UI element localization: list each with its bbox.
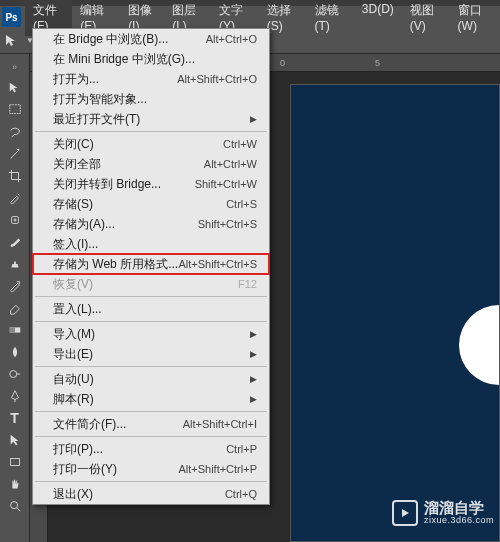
- menu-item-shortcut: Alt+Shift+Ctrl+I: [183, 418, 257, 430]
- menu-item-label: 导出(E): [53, 346, 93, 363]
- svg-rect-0: [9, 105, 20, 114]
- menubar: Ps 文件(F)编辑(E)图像(I)图层(L)文字(Y)选择(S)滤镜(T)3D…: [0, 6, 500, 28]
- svg-point-5: [9, 371, 16, 378]
- gradient-tool[interactable]: [4, 320, 26, 340]
- blur-tool[interactable]: [4, 342, 26, 362]
- submenu-arrow-icon: ▶: [250, 329, 257, 339]
- menu-item[interactable]: 置入(L)...: [33, 299, 269, 319]
- menu-item[interactable]: 在 Bridge 中浏览(B)...Alt+Ctrl+O: [33, 29, 269, 49]
- menu-item[interactable]: 导出(E)▶: [33, 344, 269, 364]
- dodge-tool[interactable]: [4, 364, 26, 384]
- move-tool[interactable]: [4, 78, 26, 98]
- menu-item-label: 存储为(A)...: [53, 216, 115, 233]
- menu-item[interactable]: 退出(X)Ctrl+Q: [33, 484, 269, 504]
- pen-tool[interactable]: [4, 386, 26, 406]
- zoom-tool[interactable]: [4, 496, 26, 516]
- ruler-mark: 0: [280, 58, 285, 68]
- menu-item[interactable]: 关闭并转到 Bridge...Shift+Ctrl+W: [33, 174, 269, 194]
- menu-item[interactable]: 打印一份(Y)Alt+Shift+Ctrl+P: [33, 459, 269, 479]
- menu-item[interactable]: 关闭(C)Ctrl+W: [33, 134, 269, 154]
- play-icon: [392, 500, 418, 526]
- submenu-arrow-icon: ▶: [250, 374, 257, 384]
- svg-rect-6: [10, 459, 19, 466]
- menu-item[interactable]: 打开为智能对象...: [33, 89, 269, 109]
- menu-滤镜[interactable]: 滤镜(T): [307, 0, 354, 36]
- move-tool-icon[interactable]: [4, 33, 20, 49]
- menu-item-shortcut: Alt+Shift+Ctrl+S: [178, 258, 257, 270]
- app-logo: Ps: [2, 7, 21, 27]
- magic-wand-tool[interactable]: [4, 144, 26, 164]
- menu-item-label: 存储(S): [53, 196, 93, 213]
- menu-item-label: 关闭并转到 Bridge...: [53, 176, 161, 193]
- menu-item[interactable]: 自动(U)▶: [33, 369, 269, 389]
- marquee-tool[interactable]: [4, 100, 26, 120]
- menu-separator: [35, 436, 267, 437]
- menu-item[interactable]: 脚本(R)▶: [33, 389, 269, 409]
- healing-brush-tool[interactable]: [4, 210, 26, 230]
- menu-item-label: 签入(I)...: [53, 236, 98, 253]
- menu-item[interactable]: 文件简介(F)...Alt+Shift+Ctrl+I: [33, 414, 269, 434]
- menu-item[interactable]: 最近打开文件(T)▶: [33, 109, 269, 129]
- menu-item-label: 打印(P)...: [53, 441, 103, 458]
- menu-item-label: 置入(L)...: [53, 301, 102, 318]
- submenu-arrow-icon: ▶: [250, 394, 257, 404]
- menu-item-label: 打开为...: [53, 71, 99, 88]
- menu-item[interactable]: 在 Mini Bridge 中浏览(G)...: [33, 49, 269, 69]
- menu-item-shortcut: Shift+Ctrl+S: [198, 218, 257, 230]
- menu-item-shortcut: Ctrl+Q: [225, 488, 257, 500]
- menu-item[interactable]: 存储(S)Ctrl+S: [33, 194, 269, 214]
- menu-separator: [35, 481, 267, 482]
- menu-item-label: 在 Bridge 中浏览(B)...: [53, 31, 168, 48]
- menu-item[interactable]: 存储为 Web 所用格式...Alt+Shift+Ctrl+S: [33, 254, 269, 274]
- svg-point-7: [10, 502, 17, 509]
- canvas-shape-oval: [459, 305, 500, 385]
- document-canvas[interactable]: [290, 84, 500, 542]
- menu-item-shortcut: Ctrl+S: [226, 198, 257, 210]
- menu-item-shortcut: Alt+Shift+Ctrl+O: [177, 73, 257, 85]
- menu-item[interactable]: 签入(I)...: [33, 234, 269, 254]
- lasso-tool[interactable]: [4, 122, 26, 142]
- menu-separator: [35, 131, 267, 132]
- submenu-arrow-icon: ▶: [250, 349, 257, 359]
- menu-item[interactable]: 导入(M)▶: [33, 324, 269, 344]
- menu-item: 恢复(V)F12: [33, 274, 269, 294]
- menu-separator: [35, 321, 267, 322]
- watermark: 溜溜自学 zixue.3d66.com: [392, 500, 494, 526]
- menu-item-label: 恢复(V): [53, 276, 93, 293]
- hand-tool[interactable]: [4, 474, 26, 494]
- menu-item[interactable]: 关闭全部Alt+Ctrl+W: [33, 154, 269, 174]
- menu-item-label: 退出(X): [53, 486, 93, 503]
- menu-item-label: 存储为 Web 所用格式...: [53, 256, 178, 273]
- crop-tool[interactable]: [4, 166, 26, 186]
- submenu-arrow-icon: ▶: [250, 114, 257, 124]
- tools-panel: » T: [0, 54, 30, 542]
- watermark-title: 溜溜自学: [424, 500, 494, 517]
- eyedropper-tool[interactable]: [4, 188, 26, 208]
- menu-item-label: 在 Mini Bridge 中浏览(G)...: [53, 51, 195, 68]
- path-selection-tool[interactable]: [4, 430, 26, 450]
- menu-item[interactable]: 打开为...Alt+Shift+Ctrl+O: [33, 69, 269, 89]
- menu-item-label: 文件简介(F)...: [53, 416, 126, 433]
- menu-item-shortcut: Shift+Ctrl+W: [195, 178, 257, 190]
- ruler-mark: 5: [375, 58, 380, 68]
- menu-item[interactable]: 存储为(A)...Shift+Ctrl+S: [33, 214, 269, 234]
- menu-item-shortcut: Ctrl+P: [226, 443, 257, 455]
- menu-窗口[interactable]: 窗口(W): [450, 0, 500, 36]
- history-brush-tool[interactable]: [4, 276, 26, 296]
- brush-tool[interactable]: [4, 232, 26, 252]
- clone-stamp-tool[interactable]: [4, 254, 26, 274]
- menu-item-label: 最近打开文件(T): [53, 111, 140, 128]
- menu-item[interactable]: 打印(P)...Ctrl+P: [33, 439, 269, 459]
- collapse-icon[interactable]: »: [12, 62, 17, 72]
- menu-item-label: 打印一份(Y): [53, 461, 117, 478]
- menu-item-label: 自动(U): [53, 371, 94, 388]
- file-menu-dropdown: 在 Bridge 中浏览(B)...Alt+Ctrl+O在 Mini Bridg…: [32, 28, 270, 505]
- menu-item-shortcut: Alt+Ctrl+W: [204, 158, 257, 170]
- menu-视图[interactable]: 视图(V): [402, 0, 450, 36]
- menu-3d[interactable]: 3D(D): [354, 0, 402, 36]
- rectangle-tool[interactable]: [4, 452, 26, 472]
- menu-separator: [35, 366, 267, 367]
- eraser-tool[interactable]: [4, 298, 26, 318]
- type-tool[interactable]: T: [4, 408, 26, 428]
- menu-item-shortcut: F12: [238, 278, 257, 290]
